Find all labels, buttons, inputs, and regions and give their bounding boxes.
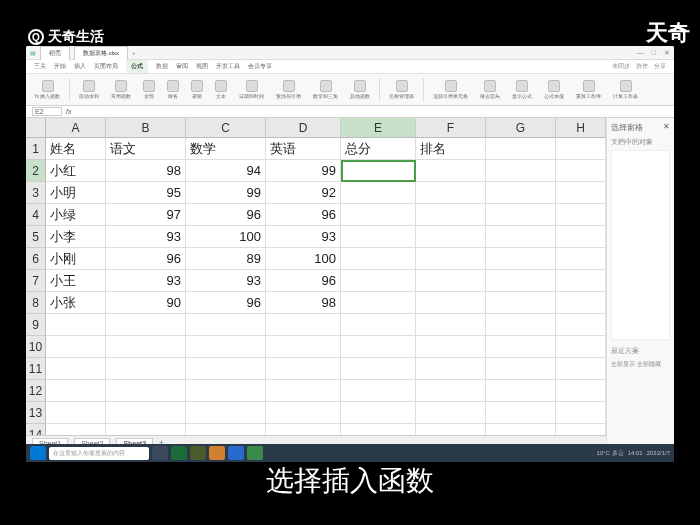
cell-H8[interactable] [556, 292, 606, 314]
cell-H3[interactable] [556, 182, 606, 204]
ribbon-btn[interactable]: 常用函数 [108, 80, 134, 99]
col-header-H[interactable]: H [556, 118, 606, 138]
cell-A1[interactable]: 姓名 [46, 138, 106, 160]
row-header[interactable]: 11 [26, 358, 46, 380]
cell-A12[interactable] [46, 380, 106, 402]
app-menu-icon[interactable]: ▤ [30, 49, 36, 56]
cell-C2[interactable]: 94 [186, 160, 266, 182]
row-header[interactable]: 2 [26, 160, 46, 182]
cell-E3[interactable] [341, 182, 416, 204]
new-tab-button[interactable]: + [132, 50, 136, 56]
cell-F13[interactable] [416, 402, 486, 424]
cell-E5[interactable] [341, 226, 416, 248]
cell-D2[interactable]: 99 [266, 160, 341, 182]
close-icon[interactable]: ✕ [664, 49, 670, 57]
cell-G13[interactable] [486, 402, 556, 424]
ribbon-tab-三关[interactable]: 三关 [34, 62, 46, 71]
cell-A2[interactable]: 小红 [46, 160, 106, 182]
col-header-C[interactable]: C [186, 118, 266, 138]
ribbon-btn[interactable]: 其他函数 [347, 80, 373, 99]
cell-A10[interactable] [46, 336, 106, 358]
col-header-A[interactable]: A [46, 118, 106, 138]
cell-B9[interactable] [106, 314, 186, 336]
cell-D4[interactable]: 96 [266, 204, 341, 226]
ribbon-btn[interactable]: 重算工作簿 [573, 80, 604, 99]
titlebar-tab-app[interactable]: 稻壳 [40, 46, 70, 60]
col-header-B[interactable]: B [106, 118, 186, 138]
ribbon-btn[interactable]: 财务 [164, 80, 182, 99]
cell-C5[interactable]: 100 [186, 226, 266, 248]
ribbon-btn[interactable]: 查找与引用 [273, 80, 304, 99]
cell-H11[interactable] [556, 358, 606, 380]
cell-G2[interactable] [486, 160, 556, 182]
ribbon-tab-插入[interactable]: 插入 [74, 62, 86, 71]
row-header[interactable]: 3 [26, 182, 46, 204]
ribbon-tab-数据[interactable]: 数据 [156, 62, 168, 71]
col-header-E[interactable]: E [341, 118, 416, 138]
ribbon-btn[interactable]: 计算工作表 [610, 80, 641, 99]
cell-F9[interactable] [416, 314, 486, 336]
cell-H9[interactable] [556, 314, 606, 336]
cell-B12[interactable] [106, 380, 186, 402]
cell-F3[interactable] [416, 182, 486, 204]
row-header[interactable]: 14 [26, 424, 46, 435]
cell-A9[interactable] [46, 314, 106, 336]
ribbon-btn[interactable]: 显示公式 [509, 80, 535, 99]
cell-A7[interactable]: 小王 [46, 270, 106, 292]
row-header[interactable]: 7 [26, 270, 46, 292]
row-header[interactable]: 5 [26, 226, 46, 248]
cell-G4[interactable] [486, 204, 556, 226]
cell-B8[interactable]: 90 [106, 292, 186, 314]
row-header[interactable]: 1 [26, 138, 46, 160]
taskbar-app-3[interactable] [209, 446, 225, 460]
ribbon-btn[interactable]: 日期和时间 [236, 80, 267, 99]
taskbar-app-2[interactable] [190, 446, 206, 460]
cell-B10[interactable] [106, 336, 186, 358]
cell-B14[interactable] [106, 424, 186, 435]
cell-E2[interactable] [341, 160, 416, 182]
cell-E6[interactable] [341, 248, 416, 270]
ribbon-btn[interactable]: 移去箭头 [477, 80, 503, 99]
cell-H14[interactable] [556, 424, 606, 435]
cell-G11[interactable] [486, 358, 556, 380]
start-button[interactable] [30, 446, 46, 460]
cell-C14[interactable] [186, 424, 266, 435]
cell-H5[interactable] [556, 226, 606, 248]
cell-F14[interactable] [416, 424, 486, 435]
cell-D1[interactable]: 英语 [266, 138, 341, 160]
cell-A5[interactable]: 小李 [46, 226, 106, 248]
cell-H2[interactable] [556, 160, 606, 182]
col-header-G[interactable]: G [486, 118, 556, 138]
cell-E10[interactable] [341, 336, 416, 358]
cell-B2[interactable]: 98 [106, 160, 186, 182]
cell-C9[interactable] [186, 314, 266, 336]
cell-F12[interactable] [416, 380, 486, 402]
weather-widget[interactable]: 10°C 多云 [597, 449, 624, 458]
cell-A3[interactable]: 小明 [46, 182, 106, 204]
cell-E4[interactable] [341, 204, 416, 226]
cell-C6[interactable]: 89 [186, 248, 266, 270]
side-bottom-left[interactable]: 最近方案 [611, 346, 639, 356]
cell-H6[interactable] [556, 248, 606, 270]
cell-E14[interactable] [341, 424, 416, 435]
cell-B13[interactable] [106, 402, 186, 424]
row-header[interactable]: 10 [26, 336, 46, 358]
cell-B11[interactable] [106, 358, 186, 380]
cell-E12[interactable] [341, 380, 416, 402]
cell-C1[interactable]: 数学 [186, 138, 266, 160]
ribbon-tab-开发工具[interactable]: 开发工具 [216, 62, 240, 71]
cell-A11[interactable] [46, 358, 106, 380]
cell-A8[interactable]: 小张 [46, 292, 106, 314]
cell-D11[interactable] [266, 358, 341, 380]
ribbon-sync[interactable]: 未同步 [612, 62, 630, 71]
cell-C13[interactable] [186, 402, 266, 424]
cell-F10[interactable] [416, 336, 486, 358]
taskbar-search[interactable]: 在这里输入你要搜索的内容 [49, 447, 149, 460]
ribbon-tab-开始[interactable]: 开始 [54, 62, 66, 71]
cell-E9[interactable] [341, 314, 416, 336]
cell-C8[interactable]: 96 [186, 292, 266, 314]
cell-G8[interactable] [486, 292, 556, 314]
cell-F11[interactable] [416, 358, 486, 380]
cell-B6[interactable]: 96 [106, 248, 186, 270]
fx-icon[interactable]: fx [66, 108, 71, 115]
